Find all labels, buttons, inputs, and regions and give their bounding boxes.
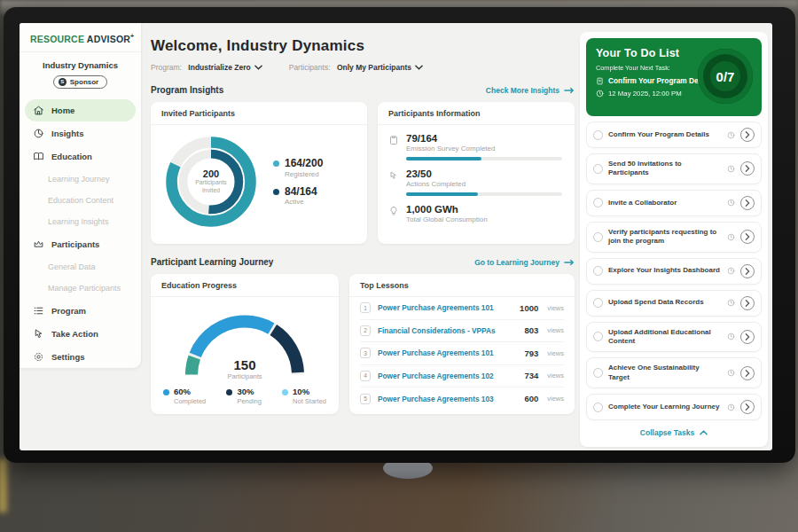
- go-to-learning-journey-link[interactable]: Go to Learning Journey: [474, 258, 575, 267]
- sidebar-item-education-content[interactable]: Education Content: [20, 190, 141, 211]
- lesson-rank: 1: [360, 302, 371, 313]
- lesson-row[interactable]: 5 Power Purchase Agreements 103 600 view…: [360, 387, 564, 411]
- task-checkbox[interactable]: [593, 332, 603, 341]
- task-checkbox[interactable]: [593, 130, 603, 140]
- lesson-title-link[interactable]: Power Purchase Agreements 102: [378, 372, 517, 380]
- legend-dot: [282, 389, 288, 395]
- sidebar-item-general-data[interactable]: General Data: [20, 256, 141, 278]
- card-title: Invited Participants: [151, 102, 367, 125]
- lesson-row[interactable]: 3 Power Purchase Agreements 101 793 view…: [360, 342, 564, 365]
- task-checkbox[interactable]: [593, 403, 603, 412]
- participants-filter[interactable]: Participants: Only My Participants: [289, 63, 423, 72]
- logo-advisor: ADVISOR: [87, 34, 130, 44]
- registered-label: Registered: [285, 170, 323, 178]
- program-filter-value: Industrialize Zero: [188, 63, 250, 72]
- sidebar-item-learning-journey[interactable]: Learning Journey: [20, 168, 141, 190]
- emission-survey-stat: 79/164 Emission Survey Completed: [388, 133, 562, 160]
- collapse-tasks-link[interactable]: Collapse Tasks: [586, 428, 762, 437]
- sidebar-item-label: Education Content: [48, 196, 113, 205]
- lesson-row[interactable]: 2 Financial Considerations - VPPAs 803 v…: [360, 320, 564, 343]
- task-open-button[interactable]: [740, 230, 755, 244]
- gauge-center-label: Participants: [178, 372, 311, 380]
- task-checkbox[interactable]: [593, 164, 603, 174]
- invited-donut-chart: 200 Participants Invited: [160, 130, 262, 233]
- sidebar-item-learning-insights[interactable]: Learning Insights: [20, 211, 141, 232]
- task-row[interactable]: Invite a Collaborator: [586, 190, 762, 216]
- clock-icon: [727, 299, 735, 307]
- lesson-views: 793: [524, 348, 538, 358]
- lesson-title-link[interactable]: Power Purchase Agreements 103: [378, 395, 517, 403]
- org-name: Industry Dynamics: [20, 60, 141, 70]
- lesson-title-link[interactable]: Power Purchase Agreements 101: [378, 303, 512, 312]
- sidebar-item-label: Learning Insights: [48, 217, 109, 226]
- document-icon: [596, 77, 604, 85]
- program-filter-label: Program:: [151, 63, 182, 72]
- task-checkbox[interactable]: [593, 368, 603, 378]
- clock-icon: [727, 131, 735, 139]
- lesson-title-link[interactable]: Power Purchase Agreements 101: [378, 348, 517, 357]
- clipboard-icon: [388, 135, 399, 145]
- invited-participants-card: Invited Participants 200: [151, 102, 367, 244]
- sidebar-item-participants[interactable]: Participants: [25, 233, 136, 255]
- todo-panel: Your To Do List Complete Your Next Task:…: [580, 32, 768, 447]
- task-checkbox[interactable]: [593, 298, 603, 308]
- sidebar-item-settings[interactable]: Settings: [25, 346, 136, 368]
- task-checkbox[interactable]: [593, 198, 603, 207]
- task-open-button[interactable]: [740, 196, 755, 210]
- task-open-button[interactable]: [740, 366, 755, 380]
- sidebar-item-take-action[interactable]: Take Action: [25, 323, 136, 345]
- link-label: Check More Insights: [486, 86, 559, 95]
- main-content: Welcome, Industry Dynamics Program: Indu…: [151, 23, 575, 414]
- clock-icon: [727, 403, 735, 411]
- gauge-legend: 60% Completed 30% Pending 10% Not Starte…: [151, 380, 339, 405]
- stat-label: Actions Completed: [406, 180, 562, 188]
- task-label: Complete Your Learning Journey: [608, 403, 722, 411]
- legend-dot: [273, 189, 279, 195]
- task-row[interactable]: Complete Your Learning Journey: [586, 394, 762, 420]
- task-row[interactable]: Achieve One Sustainability Target: [586, 357, 762, 388]
- legend-label: Not Started: [293, 397, 326, 405]
- task-row[interactable]: Send 50 Invitations to Participants: [586, 153, 762, 184]
- chevron-right-icon: [745, 233, 750, 240]
- sidebar-item-program[interactable]: Program: [25, 300, 136, 322]
- sidebar-item-manage-participants[interactable]: Manage Participants: [20, 278, 141, 299]
- task-open-button[interactable]: [740, 128, 755, 142]
- progress-bar: [406, 157, 562, 160]
- task-open-button[interactable]: [740, 296, 755, 310]
- task-row[interactable]: Verify participants requesting to join t…: [586, 222, 762, 253]
- task-open-button[interactable]: [740, 400, 755, 414]
- link-label: Go to Learning Journey: [474, 258, 559, 267]
- program-filter[interactable]: Program: Industrialize Zero: [151, 63, 262, 72]
- task-row[interactable]: Confirm Your Program Details: [586, 121, 762, 148]
- sponsor-label: Sponsor: [70, 78, 98, 86]
- lesson-row[interactable]: 1 Power Purchase Agreements 101 1000 vie…: [360, 297, 564, 320]
- sidebar-item-label: Learning Journey: [48, 175, 110, 184]
- card-title: Top Lessons: [349, 274, 575, 297]
- lesson-row[interactable]: 4 Power Purchase Agreements 102 734 view…: [360, 365, 564, 388]
- sidebar-item-insights[interactable]: Insights: [25, 122, 136, 145]
- todo-column: Your To Do List Complete Your Next Task:…: [580, 32, 768, 450]
- task-row[interactable]: Upload Spend Data Records: [586, 290, 762, 317]
- task-open-button[interactable]: [740, 264, 755, 278]
- logo-resource: RESOURCE: [30, 34, 84, 44]
- task-row[interactable]: Upload Additional Educational Content: [586, 322, 762, 353]
- sponsor-badge[interactable]: S Sponsor: [53, 75, 107, 89]
- legend-pct: 30%: [237, 387, 262, 397]
- task-checkbox[interactable]: [593, 266, 603, 276]
- task-label: Send 50 Invitations to Participants: [608, 160, 722, 178]
- sidebar-nav: Home Insights Education Learning Journey…: [20, 99, 141, 368]
- gear-icon: [33, 351, 44, 363]
- task-open-button[interactable]: [740, 330, 755, 344]
- task-label: Invite a Collaborator: [608, 199, 722, 207]
- sidebar-item-label: Home: [51, 106, 74, 115]
- task-open-button[interactable]: [740, 161, 755, 176]
- action-hand-icon: [388, 170, 399, 181]
- task-row[interactable]: Explore Your Insights Dashboard: [586, 258, 762, 285]
- task-label: Explore Your Insights Dashboard: [608, 266, 722, 275]
- check-more-insights-link[interactable]: Check More Insights: [486, 86, 575, 95]
- chevron-right-icon: [745, 370, 750, 377]
- sidebar-item-home[interactable]: Home: [25, 99, 136, 121]
- lesson-title-link[interactable]: Financial Considerations - VPPAs: [378, 326, 517, 335]
- sidebar-item-education[interactable]: Education: [25, 145, 136, 168]
- task-checkbox[interactable]: [593, 232, 603, 242]
